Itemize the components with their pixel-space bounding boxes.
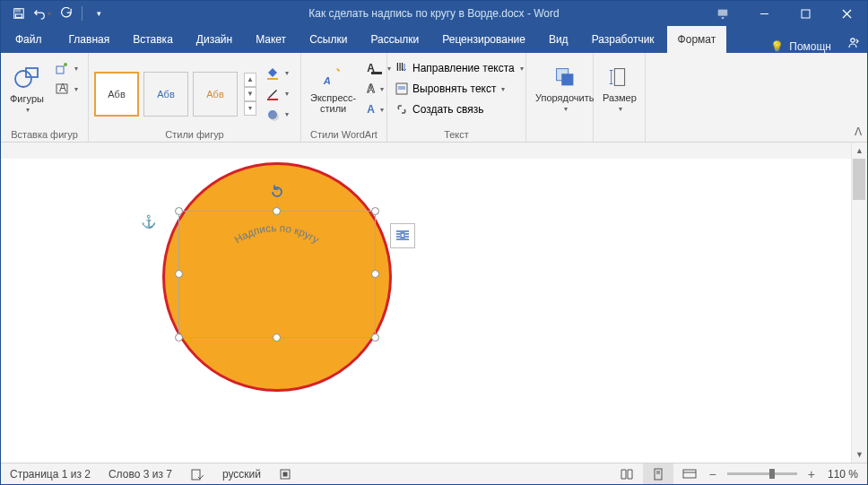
resize-handle-mr[interactable] [371,270,379,278]
shape-style-2[interactable]: Абв [143,72,188,117]
resize-handle-ml[interactable] [175,270,183,278]
group-insert-shapes: Фигуры ▾ ▾ A▾ Вставка фигур [1,53,89,142]
svg-rect-5 [802,10,810,18]
share-button[interactable] [846,36,860,53]
redo-button[interactable] [55,3,76,24]
group-label-shape-styles: Стили фигур [92,127,297,142]
read-mode-button[interactable] [611,463,643,484]
read-mode-icon [620,468,634,481]
svg-rect-11 [56,66,64,74]
scroll-up-button[interactable]: ▲ [852,143,867,159]
resize-handle-tl[interactable] [175,207,183,215]
shapes-button[interactable]: Фигуры ▾ [4,55,49,122]
shape-fill-button[interactable]: ▾ [262,64,292,83]
resize-handle-bl[interactable] [175,333,183,342]
resize-handle-tr[interactable] [371,207,379,215]
layout-options-button[interactable] [390,223,415,248]
print-layout-button[interactable] [643,463,673,484]
qat-customize-button[interactable]: ▾ [88,3,109,24]
shapes-label: Фигуры [10,93,44,104]
web-layout-button[interactable] [673,463,706,484]
tab-layout[interactable]: Макет [245,26,297,53]
align-text-icon [395,82,409,96]
text-direction-button[interactable]: lllНаправление текста▾ [391,58,527,78]
tab-home[interactable]: Главная [58,26,121,53]
spellcheck-button[interactable] [181,463,213,484]
save-button[interactable] [8,3,30,24]
resize-handle-bm[interactable] [273,333,281,342]
size-button[interactable]: Размер▾ [597,55,642,122]
align-text-button[interactable]: Выровнять текст▾ [391,79,527,99]
undo-button[interactable]: ▾ [31,3,53,24]
textbox-icon: A [55,82,69,96]
shape-effects-button[interactable]: ▾ [262,105,292,125]
group-size: Размер▾ [594,53,646,142]
page[interactable]: ⚓ Надпись по кругу [37,159,840,463]
group-label-size [597,127,641,142]
close-button[interactable] [826,1,867,26]
minimize-button[interactable] [743,1,785,26]
scroll-down-button[interactable]: ▼ [852,446,867,463]
shape-outline-button[interactable]: ▾ [262,84,292,104]
macro-indicator[interactable] [270,463,300,484]
tab-mailings[interactable]: Рассылки [360,26,430,53]
text-box-button[interactable]: A▾ [51,79,82,99]
window-title: Как сделать надпись по кругу в Ворде.doc… [308,7,559,20]
scroll-thumb[interactable] [853,159,865,200]
tab-developer[interactable]: Разработчик [581,26,665,53]
text-outline-icon: A [367,82,375,95]
svg-rect-3 [718,10,728,16]
anchor-icon: ⚓ [141,214,156,229]
zoom-in-button[interactable]: + [804,467,819,481]
arrange-button[interactable]: Упорядочить▾ [530,55,599,122]
page-indicator[interactable]: Страница 1 из 2 [1,463,100,484]
quick-styles-label: Экспресс- стили [310,92,356,114]
collapse-ribbon-button[interactable]: ᐱ [855,126,862,138]
zoom-level[interactable]: 110 % [819,463,867,484]
gallery-down-button[interactable]: ▼ [244,87,256,101]
svg-text:lll: lll [396,61,404,74]
shapes-icon [13,63,41,91]
word-count[interactable]: Слово 3 из 7 [100,463,181,484]
resize-handle-tm[interactable] [273,207,281,215]
tab-references[interactable]: Ссылки [299,26,358,53]
shape-style-3[interactable]: Абв [193,72,238,117]
svg-rect-16 [267,99,278,100]
ribbon: Фигуры ▾ ▾ A▾ Вставка фигур Абв Абв Абв … [1,53,867,143]
tab-design[interactable]: Дизайн [186,26,243,53]
edit-shape-icon [55,61,69,75]
tab-insert[interactable]: Вставка [122,26,184,53]
chevron-down-icon: ▾ [26,106,30,114]
zoom-slider[interactable] [727,472,797,475]
quick-styles-button[interactable]: A Экспресс- стили [305,55,361,122]
maximize-button[interactable] [785,1,826,26]
macro-icon [279,468,291,481]
tell-me[interactable]: 💡 Помощн [770,40,831,53]
zoom-thumb[interactable] [769,469,775,479]
ribbon-options-button[interactable] [702,1,743,26]
gallery-more-button[interactable]: ▾ [244,101,256,116]
group-label-text: Текст [391,127,522,142]
svg-point-9 [15,71,31,87]
resize-handle-br[interactable] [371,333,379,342]
tab-review[interactable]: Рецензирование [431,26,536,53]
zoom-out-button[interactable]: − [706,467,720,481]
svg-text:A: A [322,74,330,85]
tab-format[interactable]: Формат [667,26,727,53]
selection-box[interactable] [178,211,376,338]
tab-view[interactable]: Вид [538,26,579,53]
size-label: Размер [603,92,637,103]
document-area[interactable]: ⚓ Надпись по кругу [1,143,851,463]
svg-rect-26 [614,69,624,86]
tab-file[interactable]: Файл [1,26,56,53]
rotate-handle[interactable] [270,185,284,199]
window-controls [702,1,867,26]
edit-shape-button[interactable]: ▾ [51,58,82,78]
shape-style-1[interactable]: Абв [94,72,139,117]
lightbulb-icon: 💡 [770,40,784,53]
language-indicator[interactable]: русский [213,463,270,484]
web-layout-icon [682,468,697,481]
create-link-button[interactable]: Создать связь [391,100,527,119]
vertical-scrollbar[interactable]: ▲ ▼ [851,143,867,463]
gallery-up-button[interactable]: ▲ [244,73,256,87]
